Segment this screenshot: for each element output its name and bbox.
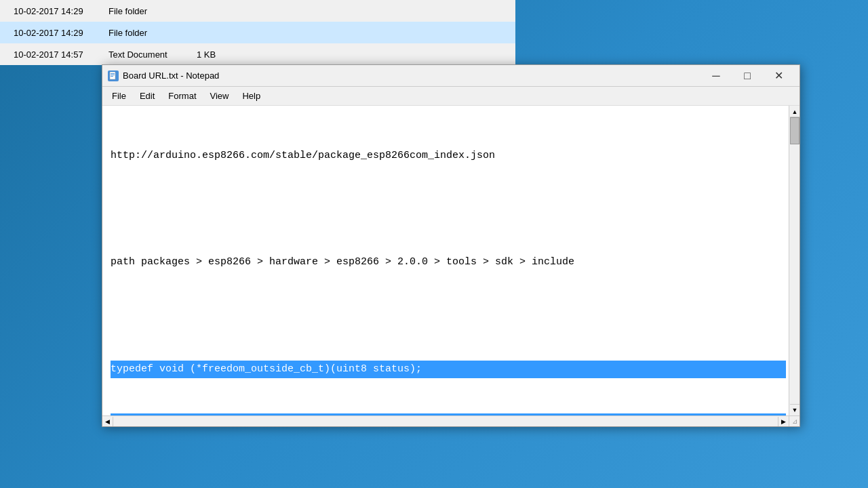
text-area-wrapper: http://arduino.esp8266.com/stable/packag… [102,106,800,426]
menu-format[interactable]: Format [161,88,203,104]
menu-help[interactable]: Help [235,88,267,104]
text-content[interactable]: http://arduino.esp8266.com/stable/packag… [102,106,800,426]
menu-view[interactable]: View [203,88,236,104]
notepad-icon [108,70,119,81]
file-row[interactable]: 10-02-2017 14:29 File folder [0,22,515,43]
text-line-4 [111,307,786,325]
vertical-scrollbar[interactable]: ▲ ▼ [789,106,800,426]
horizontal-scrollbar[interactable]: ◀ ▶ [102,415,789,426]
window-title: Board URL.txt - Notepad [123,70,701,81]
text-line-2 [111,200,786,218]
svg-rect-0 [110,72,115,79]
scrollbar-thumb[interactable] [790,117,800,144]
resize-handle[interactable]: ⊿ [789,415,800,426]
text-line-1: http://arduino.esp8266.com/stable/packag… [111,147,786,165]
file-row[interactable]: 10-02-2017 14:29 File folder [0,0,515,22]
title-bar: Board URL.txt - Notepad ─ □ ✕ [102,65,800,87]
text-line-selected-1: typedef void (*freedom_outside_cb_t)(uin… [111,361,786,378]
maximize-button[interactable]: □ [732,65,763,87]
menu-file[interactable]: File [105,88,133,104]
svg-rect-1 [111,73,115,74]
file-explorer-background: 10-02-2017 14:29 File folder 10-02-2017 … [0,0,515,65]
svg-rect-3 [111,76,113,77]
file-row[interactable]: 10-02-2017 14:57 Text Document 1 KB [0,43,515,65]
text-line-3: path packages > esp8266 > hardware > esp… [111,253,786,271]
menu-edit[interactable]: Edit [133,88,161,104]
window-controls: ─ □ ✕ [701,65,794,87]
menu-bar: File Edit Format View Help [102,87,800,106]
minimize-button[interactable]: ─ [701,65,732,87]
close-button[interactable]: ✕ [763,65,794,87]
notepad-window: Board URL.txt - Notepad ─ □ ✕ File Edit … [102,64,800,427]
svg-rect-2 [111,75,115,75]
